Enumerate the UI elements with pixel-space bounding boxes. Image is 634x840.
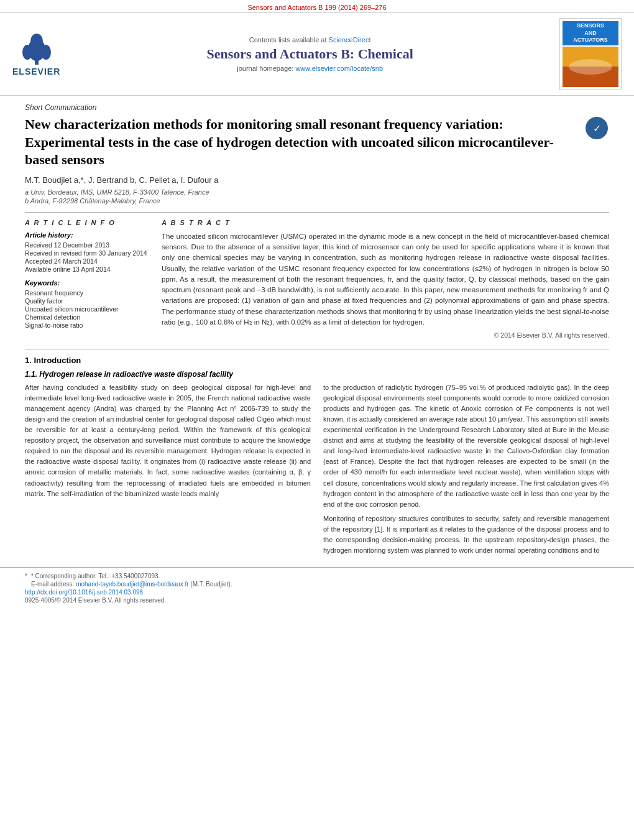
footer: * * Corresponding author. Tel.: +33 5400… [0,567,634,609]
journal-title-header: Sensors and Actuators B: Chemical [67,46,553,62]
footer-email-link[interactable]: mohand-tayeb.boudjiet@ims-bordeaux.fr [76,581,188,588]
footer-issn: 0925-4005/© 2014 Elsevier B.V. All right… [25,597,609,604]
keyword-5: Signal-to-noise ratio [25,321,149,329]
contents-line: Contents lists available at ScienceDirec… [67,36,553,44]
journal-header-center: Contents lists available at ScienceDirec… [67,36,553,72]
right-para-1: to the production of radiolytic hydrogen… [323,382,609,510]
footer-corresponding-author: * * Corresponding author. Tel.: +33 5400… [25,573,609,589]
right-para-2: Monitoring of repository structures cont… [323,514,609,556]
divider-2 [25,349,609,349]
elsevier-text: ELSEVIER [12,67,60,76]
keyword-1: Resonant frequency [25,289,149,297]
copyright-line: © 2014 Elsevier B.V. All rights reserved… [162,331,609,339]
article-info-abstract: A R T I C L E I N F O Article history: R… [25,219,609,339]
science-direct-link[interactable]: ScienceDirect [329,36,371,44]
article-title-area: New characterization methods for monitor… [25,116,609,169]
homepage-link[interactable]: www.elsevier.com/locate/snb [295,65,383,72]
footer-doi: http://dx.doi.org/10.1016/j.snb.2014.03.… [25,589,609,596]
affiliation-a: a Univ. Bordeaux, IMS, UMR 5218, F-33400… [25,188,609,196]
doi-link[interactable]: http://dx.doi.org/10.1016/j.snb.2014.03.… [25,589,143,596]
left-para-1: After having concluded a feasibility stu… [25,382,311,499]
citation-text: Sensors and Actuators B 199 (2014) 269–2… [247,4,386,11]
article-info-heading: A R T I C L E I N F O [25,219,149,226]
svg-point-2 [22,45,32,60]
received-revised-date: Received in revised form 30 January 2014 [25,249,149,257]
affiliations: a Univ. Bordeaux, IMS, UMR 5218, F-33400… [25,188,609,205]
footer-tel: * Corresponding author. Tel.: +33 540002… [31,573,232,579]
received-date: Received 12 December 2013 [25,241,149,249]
keyword-3: Uncoated silicon microcantilever [25,305,149,313]
abstract-text: The uncoated silicon microcantilever (US… [162,231,609,328]
main-content: Short Communication New characterization… [0,96,634,567]
citation-bar: Sensors and Actuators B 199 (2014) 269–2… [0,0,634,13]
abstract-col: A B S T R A C T The uncoated silicon mic… [162,219,609,339]
sensors-logo-image [563,47,618,87]
crossmark-icon: ✓ [584,116,609,141]
affiliation-b: b Andra, F-92298 Châtenay-Malabry, Franc… [25,197,609,205]
svg-point-3 [41,45,51,60]
svg-point-4 [30,34,43,48]
body-content: After having concluded a feasibility stu… [25,382,609,560]
svg-text:✓: ✓ [593,123,601,134]
journal-header: ELSEVIER Contents lists available at Sci… [0,13,634,96]
accepted-date: Accepted 24 March 2014 [25,257,149,265]
keywords-label: Keywords: [25,279,149,287]
article-type-label: Short Communication [25,103,609,112]
body-left-col: After having concluded a feasibility stu… [25,382,311,560]
journal-homepage: journal homepage: www.elsevier.com/locat… [67,65,553,72]
footer-email: E-mail address: mohand-tayeb.boudjiet@im… [31,581,232,588]
subsection-1-1-heading: 1.1. Hydrogen release in radioactive was… [25,370,609,379]
keyword-4: Chemical detection [25,313,149,321]
sensors-actuators-logo-box: SENSORS and ACTUATORS [559,18,622,90]
history-label: Article history: [25,231,149,239]
sensors-logo-text: SENSORS and ACTUATORS [563,21,618,45]
authors: M.T. Boudjiet a,*, J. Bertrand b, C. Pel… [25,175,609,185]
body-right-col: to the production of radiolytic hydrogen… [323,382,609,560]
article-info-col: A R T I C L E I N F O Article history: R… [25,219,149,339]
abstract-heading: A B S T R A C T [162,219,609,226]
keyword-2: Quality factor [25,297,149,305]
section-1-heading: 1. Introduction [25,356,609,365]
elsevier-logo: ELSEVIER [12,32,60,76]
article-title: New characterization methods for monitor… [25,116,578,169]
divider-1 [25,212,609,213]
available-date: Available online 13 April 2014 [25,265,149,273]
